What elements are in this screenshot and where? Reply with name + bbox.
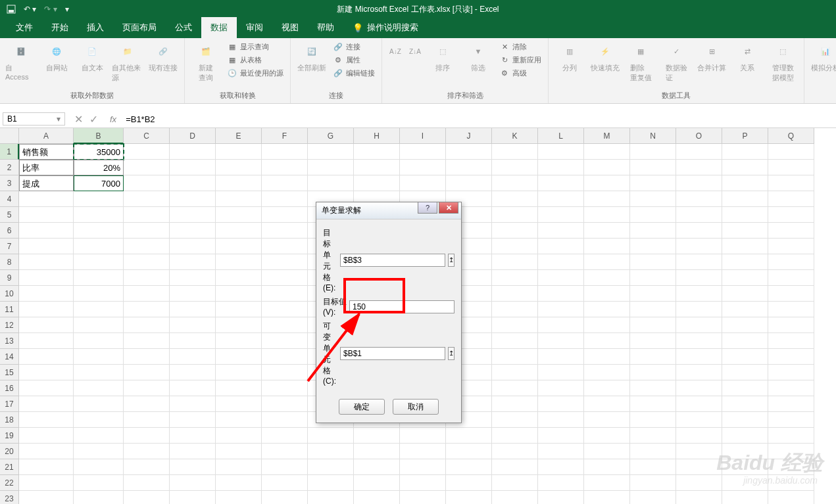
row-header-2[interactable]: 2 <box>0 160 19 175</box>
cell-D18[interactable] <box>170 412 216 428</box>
cell-B10[interactable] <box>74 286 124 302</box>
cell-O10[interactable] <box>676 286 722 302</box>
cell-Q5[interactable] <box>768 207 814 223</box>
cell-E13[interactable] <box>216 333 262 349</box>
cell-N1[interactable] <box>630 144 676 160</box>
cell-Q9[interactable] <box>768 270 814 286</box>
cell-J19[interactable] <box>446 428 492 444</box>
set-cell-range-picker[interactable]: ↥ <box>448 254 455 267</box>
cell-A12[interactable] <box>19 317 74 333</box>
cell-A3[interactable]: 提成 <box>19 175 74 191</box>
cell-D11[interactable] <box>170 302 216 317</box>
cell-K11[interactable] <box>492 302 538 317</box>
cell-M18[interactable] <box>584 412 630 428</box>
cell-G3[interactable] <box>308 175 354 191</box>
data-validation-button[interactable]: ✓数据验 证 <box>660 41 692 83</box>
cell-Q2[interactable] <box>768 160 814 175</box>
from-access-button[interactable]: 🗄️自 Access <box>5 41 37 81</box>
cell-P9[interactable] <box>722 270 768 286</box>
cell-L7[interactable] <box>538 239 584 254</box>
cell-C22[interactable] <box>124 475 170 491</box>
cell-I1[interactable] <box>400 144 446 160</box>
cell-M15[interactable] <box>584 365 630 380</box>
cell-B1[interactable]: 35000 <box>74 144 124 160</box>
cell-E7[interactable] <box>216 239 262 254</box>
cell-P8[interactable] <box>722 254 768 270</box>
cell-O7[interactable] <box>676 239 722 254</box>
cell-O4[interactable] <box>676 191 722 207</box>
cell-C7[interactable] <box>124 239 170 254</box>
cell-O17[interactable] <box>676 396 722 412</box>
cell-G1[interactable] <box>308 144 354 160</box>
tab-view[interactable]: 视图 <box>272 17 308 38</box>
cell-A14[interactable] <box>19 349 74 365</box>
cell-E2[interactable] <box>216 160 262 175</box>
row-header-23[interactable]: 23 <box>0 491 19 504</box>
cell-N11[interactable] <box>630 302 676 317</box>
cell-F23[interactable] <box>262 491 308 504</box>
tab-formula[interactable]: 公式 <box>166 17 201 38</box>
cell-N14[interactable] <box>630 349 676 365</box>
cell-P10[interactable] <box>722 286 768 302</box>
data-model-button[interactable]: ⬚管理数 据模型 <box>767 41 799 83</box>
cell-J22[interactable] <box>446 475 492 491</box>
cell-N5[interactable] <box>630 207 676 223</box>
cell-Q23[interactable] <box>768 491 814 504</box>
cell-J21[interactable] <box>446 459 492 475</box>
cell-K16[interactable] <box>492 380 538 396</box>
row-header-6[interactable]: 6 <box>0 223 19 239</box>
cell-P13[interactable] <box>722 333 768 349</box>
cell-Q1[interactable] <box>768 144 814 160</box>
cell-Q10[interactable] <box>768 286 814 302</box>
col-header-B[interactable]: B <box>74 128 124 144</box>
sort-button[interactable]: ⬚排序 <box>427 41 458 73</box>
cell-P16[interactable] <box>722 380 768 396</box>
cell-O22[interactable] <box>676 475 722 491</box>
cell-D5[interactable] <box>170 207 216 223</box>
row-header-5[interactable]: 5 <box>0 207 19 223</box>
cell-C11[interactable] <box>124 302 170 317</box>
cell-M11[interactable] <box>584 302 630 317</box>
cell-M21[interactable] <box>584 459 630 475</box>
cell-C21[interactable] <box>124 459 170 475</box>
cell-H21[interactable] <box>354 459 400 475</box>
cell-O14[interactable] <box>676 349 722 365</box>
connections-button[interactable]: 🔗连接 <box>332 41 376 53</box>
cancel-button[interactable]: 取消 <box>393 399 439 415</box>
col-header-Q[interactable]: Q <box>768 128 814 144</box>
cell-M4[interactable] <box>584 191 630 207</box>
sort-za-button[interactable]: Z↓A <box>407 41 423 62</box>
cell-C6[interactable] <box>124 223 170 239</box>
cell-M20[interactable] <box>584 444 630 459</box>
cell-D19[interactable] <box>170 428 216 444</box>
tab-layout[interactable]: 页面布局 <box>113 17 166 38</box>
cell-P11[interactable] <box>722 302 768 317</box>
cell-H1[interactable] <box>354 144 400 160</box>
col-header-C[interactable]: C <box>124 128 170 144</box>
cell-D17[interactable] <box>170 396 216 412</box>
cell-M23[interactable] <box>584 491 630 504</box>
cell-Q7[interactable] <box>768 239 814 254</box>
cell-N21[interactable] <box>630 459 676 475</box>
row-header-15[interactable]: 15 <box>0 365 19 380</box>
tab-tell-me[interactable]: 💡操作说明搜索 <box>343 17 428 38</box>
row-header-4[interactable]: 4 <box>0 191 19 207</box>
cell-P2[interactable] <box>722 160 768 175</box>
cell-M8[interactable] <box>584 254 630 270</box>
cell-K22[interactable] <box>492 475 538 491</box>
cell-N19[interactable] <box>630 428 676 444</box>
cell-P7[interactable] <box>722 239 768 254</box>
row-header-19[interactable]: 19 <box>0 428 19 444</box>
cell-F13[interactable] <box>262 333 308 349</box>
cell-C8[interactable] <box>124 254 170 270</box>
clear-filter-button[interactable]: ✕清除 <box>498 41 543 53</box>
cell-M12[interactable] <box>584 317 630 333</box>
cell-D16[interactable] <box>170 380 216 396</box>
cell-K10[interactable] <box>492 286 538 302</box>
cell-F11[interactable] <box>262 302 308 317</box>
cell-E11[interactable] <box>216 302 262 317</box>
cell-O12[interactable] <box>676 317 722 333</box>
cell-M5[interactable] <box>584 207 630 223</box>
cell-D21[interactable] <box>170 459 216 475</box>
save-icon[interactable] <box>7 5 16 14</box>
